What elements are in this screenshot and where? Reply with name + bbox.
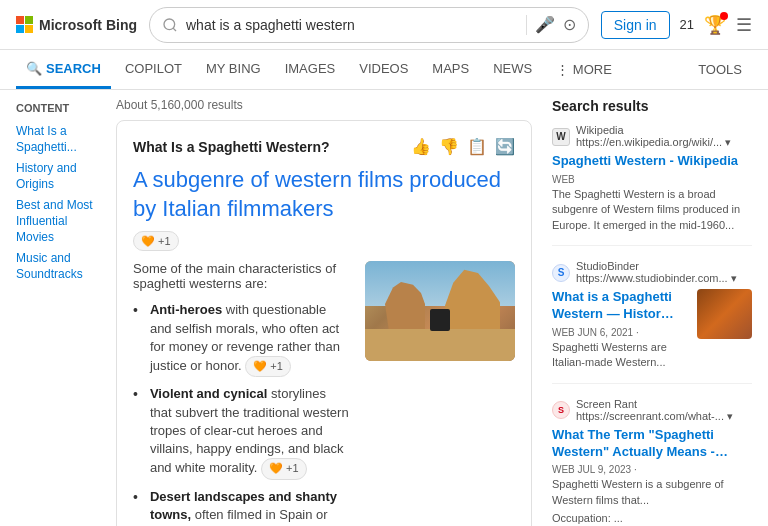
nav-item-search[interactable]: 🔍 SEARCH: [16, 50, 111, 89]
answer-box: What Is a Spaghetti Western? 👍 👎 📋 🔄 A s…: [116, 120, 532, 526]
studiobinder-result-info: What is a Spaghetti Western — Histor… WE…: [552, 289, 689, 371]
studiobinder-result-snippet: Spaghetti Westerns are Italian-made West…: [552, 340, 689, 371]
microphone-icon[interactable]: 🎤: [535, 15, 555, 34]
sign-in-button[interactable]: Sign in: [601, 11, 670, 39]
result-source-wikipedia: W Wikipedia https://en.wikipedia.org/wik…: [552, 124, 752, 149]
nav-label-maps: MAPS: [432, 61, 469, 76]
thumbs-up-icon[interactable]: 👍: [411, 137, 431, 156]
answer-question: What Is a Spaghetti Western?: [133, 139, 330, 155]
nav-label-images: IMAGES: [285, 61, 336, 76]
notification-dot: [720, 12, 728, 20]
divider: [526, 15, 527, 35]
tools-label: TOOLS: [698, 62, 742, 77]
navigation-bar: 🔍 SEARCH COPILOT MY BING IMAGES VIDEOS M…: [0, 50, 768, 90]
result-source-studiobinder: S StudioBinder https://www.studiobinder.…: [552, 260, 752, 285]
wikipedia-url: https://en.wikipedia.org/wiki/... ▾: [576, 136, 731, 149]
reaction-badge-1[interactable]: 🧡 +1: [261, 458, 307, 479]
screenrant-result-snippet: Spaghetti Western is a subgenre of Weste…: [552, 477, 752, 508]
search-input[interactable]: [186, 17, 518, 33]
answer-actions: 👍 👎 📋 🔄: [411, 137, 515, 156]
nav-label-search: SEARCH: [46, 61, 101, 76]
studiobinder-result-with-thumb: What is a Spaghetti Western — Histor… WE…: [552, 289, 752, 371]
sidebar-link-0[interactable]: What Is a Spaghetti...: [16, 124, 96, 155]
bullet-list: Anti-heroes with questionable and selfis…: [133, 301, 351, 526]
studiobinder-thumbnail: [697, 289, 752, 339]
camera-icon[interactable]: ⊙: [563, 15, 576, 34]
screenrant-source-name: Screen Rant: [576, 398, 733, 410]
nav-label-my-bing: MY BING: [206, 61, 261, 76]
trophy-container: 🏆: [704, 14, 726, 36]
left-sidebar: Content What Is a Spaghetti... History a…: [16, 90, 96, 526]
answer-text-column: Some of the main characteristics of spag…: [133, 261, 351, 526]
svg-line-1: [173, 28, 176, 31]
hamburger-menu-icon[interactable]: ☰: [736, 14, 752, 36]
nav-item-news[interactable]: NEWS: [483, 50, 542, 89]
answer-main-title: A subgenre of western films produced by …: [133, 166, 515, 251]
nav-item-my-bing[interactable]: MY BING: [196, 50, 271, 89]
nav-label-news: NEWS: [493, 61, 532, 76]
screenrant-icon: S: [552, 401, 570, 419]
sidebar-links: What Is a Spaghetti... History and Origi…: [16, 124, 96, 282]
screenrant-occupation: Occupation: ...: [552, 511, 752, 526]
screenrant-result-label: WEB Jul 9, 2023 ·: [552, 464, 752, 475]
nav-label-copilot: COPILOT: [125, 61, 182, 76]
logo: Microsoft Bing: [16, 16, 137, 33]
studiobinder-result-title[interactable]: What is a Spaghetti Western — Histor…: [552, 289, 689, 323]
content-area: Content What Is a Spaghetti... History a…: [0, 90, 768, 526]
sidebar-link-3[interactable]: Music and Soundtracks: [16, 251, 96, 282]
answer-intro: Some of the main characteristics of spag…: [133, 261, 351, 291]
more-label: ⋮ MORE: [556, 62, 612, 77]
wikipedia-result-title[interactable]: Spaghetti Western - Wikipedia: [552, 153, 752, 170]
wikipedia-source-name: Wikipedia: [576, 124, 731, 136]
studiobinder-source-name: StudioBinder: [576, 260, 737, 272]
search-bar[interactable]: 🎤 ⊙: [149, 7, 589, 43]
studiobinder-url: https://www.studiobinder.com... ▾: [576, 272, 737, 285]
nav-item-copilot[interactable]: COPILOT: [115, 50, 192, 89]
thumbs-down-icon[interactable]: 👎: [439, 137, 459, 156]
tools-button[interactable]: TOOLS: [688, 62, 752, 77]
reaction-badge-main[interactable]: 🧡 +1: [133, 231, 179, 251]
wikipedia-icon: W: [552, 128, 570, 146]
logo-icon: [16, 16, 33, 33]
screenrant-url: https://screenrant.com/what-... ▾: [576, 410, 733, 423]
copy-icon[interactable]: 📋: [467, 137, 487, 156]
search-nav-icon: 🔍: [26, 61, 42, 76]
more-button[interactable]: ⋮ MORE: [546, 62, 622, 77]
bullet-item-0: Anti-heroes with questionable and selfis…: [133, 301, 351, 377]
right-sidebar-title: Search results: [552, 98, 752, 114]
result-card-wikipedia: W Wikipedia https://en.wikipedia.org/wik…: [552, 124, 752, 246]
answer-image-column: [365, 261, 515, 526]
ground-layer: [365, 329, 515, 361]
studiobinder-result-label: WEB Jun 6, 2021 ·: [552, 327, 689, 338]
answer-image: [365, 261, 515, 361]
sidebar-link-2[interactable]: Best and Most Influential Movies: [16, 198, 96, 245]
result-count: About 5,160,000 results: [116, 98, 532, 112]
result-card-screenrant: S Screen Rant https://screenrant.com/wha…: [552, 398, 752, 526]
bullet-bold-1: Violent and cynical: [150, 386, 268, 401]
nav-item-maps[interactable]: MAPS: [422, 50, 479, 89]
answer-header: What Is a Spaghetti Western? 👍 👎 📋 🔄: [133, 137, 515, 156]
screenrant-result-title[interactable]: What The Term "Spaghetti Western" Actual…: [552, 427, 752, 461]
wikipedia-result-snippet: The Spaghetti Western is a broad subgenr…: [552, 187, 752, 233]
header-right: Sign in 21 🏆 ☰: [601, 11, 752, 39]
horse-silhouette: [430, 309, 450, 331]
notification-count: 21: [680, 17, 694, 32]
search-icon: [162, 17, 178, 33]
svg-point-0: [164, 19, 175, 30]
bullet-item-2: Desert landscapes and shanty towns, ofte…: [133, 488, 351, 526]
result-source-screenrant: S Screen Rant https://screenrant.com/wha…: [552, 398, 752, 423]
right-sidebar: Search results W Wikipedia https://en.wi…: [552, 90, 752, 526]
nav-item-images[interactable]: IMAGES: [275, 50, 346, 89]
wikipedia-result-label: WEB: [552, 174, 752, 185]
answer-body: Some of the main characteristics of spag…: [133, 261, 515, 526]
reaction-badge-0[interactable]: 🧡 +1: [245, 356, 291, 377]
bullet-bold-0: Anti-heroes: [150, 302, 222, 317]
nav-item-videos[interactable]: VIDEOS: [349, 50, 418, 89]
nav-label-videos: VIDEOS: [359, 61, 408, 76]
main-result: About 5,160,000 results What Is a Spaghe…: [116, 90, 532, 526]
refresh-icon[interactable]: 🔄: [495, 137, 515, 156]
result-card-studiobinder: S StudioBinder https://www.studiobinder.…: [552, 260, 752, 384]
bullet-item-1: Violent and cynical storylines that subv…: [133, 385, 351, 479]
logo-text: Microsoft Bing: [39, 17, 137, 33]
sidebar-link-1[interactable]: History and Origins: [16, 161, 96, 192]
